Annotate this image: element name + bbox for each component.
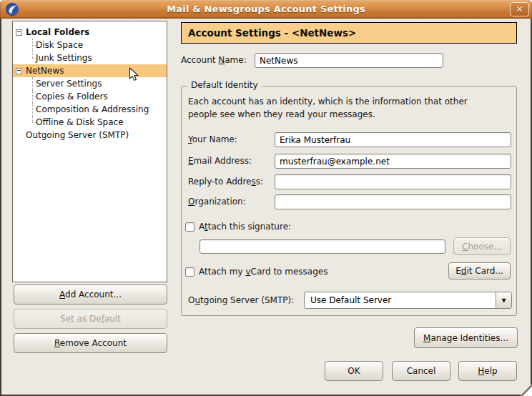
organization-input[interactable] <box>275 194 511 209</box>
edit-card-button[interactable]: Edit Card... <box>448 262 511 279</box>
set-as-default-button[interactable]: Set as Default <box>14 309 167 329</box>
attach-vcard-label: Attach my vCard to messages <box>199 266 327 277</box>
tree-item-offline-disk-space[interactable]: Offline & Disk Space <box>13 116 167 129</box>
titlebar[interactable]: Mail & Newsgroups Account Settings ✕ <box>0 0 532 19</box>
page-title: Account Settings - <NetNews> <box>181 22 517 44</box>
your-name-label: Your Name: <box>188 132 237 147</box>
attach-signature-label: Attach this signature: <box>199 221 291 232</box>
account-tree: Local Folders Disk Space Junk Settings N… <box>12 21 167 282</box>
outgoing-server-label: Outgoing Server (SMTP): <box>188 294 294 306</box>
close-icon[interactable]: ✕ <box>510 2 529 16</box>
tree-item-label: NetNews <box>26 66 64 76</box>
your-name-input[interactable] <box>275 132 511 147</box>
collapse-icon[interactable] <box>16 68 22 74</box>
tree-item-label: Server Settings <box>36 79 102 89</box>
tree-item-local-folders[interactable]: Local Folders <box>13 26 167 39</box>
cancel-button[interactable]: Cancel <box>392 361 450 381</box>
tree-item-server-settings[interactable]: Server Settings <box>13 77 167 90</box>
window-border-left <box>0 19 1 396</box>
tree-item-label: Local Folders <box>26 27 89 37</box>
identity-description-line1: Each account has an identity, which is t… <box>188 95 468 108</box>
reply-to-label: Reply-to Address: <box>188 174 263 189</box>
choose-signature-button[interactable]: Choose... <box>453 237 511 255</box>
resize-grip-face <box>523 387 532 396</box>
account-name-input[interactable] <box>255 53 443 68</box>
dropdown-selected-value: Use Default Server <box>305 292 496 308</box>
tree-item-outgoing-server[interactable]: Outgoing Server (SMTP) <box>13 129 167 142</box>
tree-item-label: Disk Space <box>36 40 83 50</box>
remove-account-button[interactable]: Remove Account <box>14 333 167 353</box>
group-legend: Default Identity <box>187 80 262 90</box>
tree-item-composition-addressing[interactable]: Composition & Addressing <box>13 103 167 116</box>
signature-file-input[interactable] <box>200 239 445 254</box>
attach-vcard-checkbox[interactable] <box>185 267 194 277</box>
tree-item-disk-space[interactable]: Disk Space <box>13 39 167 51</box>
attach-signature-checkbox[interactable] <box>185 222 194 232</box>
collapse-icon[interactable] <box>16 29 22 36</box>
account-name-label: Account Name: <box>181 53 247 68</box>
tree-item-copies-folders[interactable]: Copies & Folders <box>13 90 167 103</box>
ok-button[interactable]: OK <box>325 361 383 381</box>
identity-description-line2: people see when they read your messages. <box>188 108 468 121</box>
default-identity-group: Default Identity Each account has an ide… <box>181 86 517 316</box>
add-account-button[interactable]: Add Account... <box>14 284 167 305</box>
outgoing-server-dropdown[interactable]: Use Default Server ▼ <box>304 292 512 309</box>
help-button[interactable]: Help <box>458 361 517 381</box>
manage-identities-button[interactable]: Manage Identities... <box>414 327 518 348</box>
tree-item-netnews[interactable]: NetNews <box>13 64 167 77</box>
identity-description: Each account has an identity, which is t… <box>188 95 468 121</box>
account-settings-dialog: Mail & Newsgroups Account Settings ✕ Loc… <box>0 0 532 396</box>
email-address-input[interactable] <box>275 154 511 169</box>
tree-item-label: Copies & Folders <box>36 91 108 102</box>
tree-item-label: Composition & Addressing <box>36 104 149 114</box>
tree-item-label: Offline & Disk Space <box>36 117 124 127</box>
tree-item-junk-settings[interactable]: Junk Settings <box>13 51 167 64</box>
organization-label: Organization: <box>188 194 246 209</box>
tree-item-label: Junk Settings <box>36 53 92 63</box>
window-title: Mail & Newsgroups Account Settings <box>0 4 532 14</box>
email-address-label: Email Address: <box>188 154 252 169</box>
chevron-down-icon[interactable]: ▼ <box>496 292 511 308</box>
tree-item-label: Outgoing Server (SMTP) <box>26 130 129 140</box>
reply-to-input[interactable] <box>275 174 511 189</box>
